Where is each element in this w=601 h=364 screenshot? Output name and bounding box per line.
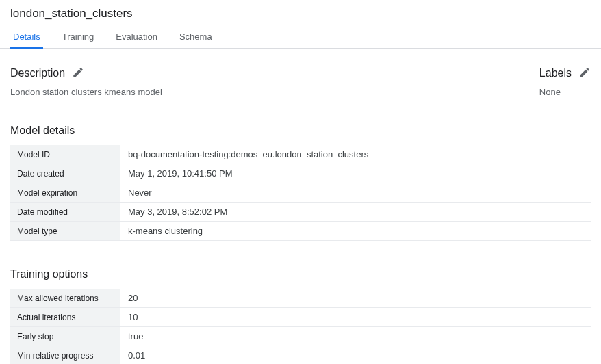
kv-key: Actual iterations xyxy=(10,308,120,327)
pencil-icon xyxy=(578,66,591,79)
table-row: Max allowed iterations 20 xyxy=(10,289,591,308)
kv-value: k-means clustering xyxy=(120,222,591,241)
kv-value: Never xyxy=(120,183,591,203)
kv-value: May 1, 2019, 10:41:50 PM xyxy=(120,164,591,183)
edit-labels-button[interactable] xyxy=(578,66,591,81)
kv-value: May 3, 2019, 8:52:02 PM xyxy=(120,203,591,222)
kv-value: 10 xyxy=(120,308,591,327)
tab-evaluation[interactable]: Evaluation xyxy=(113,26,160,49)
pencil-icon xyxy=(72,66,84,79)
labels-heading: Labels xyxy=(539,65,572,81)
training-options-table: Max allowed iterations 20 Actual iterati… xyxy=(10,289,591,364)
kv-key: Model type xyxy=(10,222,120,241)
training-options-heading: Training options xyxy=(10,268,591,281)
labels-text: None xyxy=(539,87,591,97)
kv-value: bq-documentation-testing:demos_eu.london… xyxy=(120,145,591,164)
table-row: Model type k-means clustering xyxy=(10,222,591,241)
table-row: Model ID bq-documentation-testing:demos_… xyxy=(10,145,591,164)
tabs: Details Training Evaluation Schema xyxy=(0,26,601,49)
model-details-heading: Model details xyxy=(10,125,591,137)
page-title: london_station_clusters xyxy=(10,7,591,21)
kv-key: Date created xyxy=(10,164,120,183)
table-row: Actual iterations 10 xyxy=(10,308,591,327)
tab-schema[interactable]: Schema xyxy=(177,26,215,49)
kv-key: Date modified xyxy=(10,203,120,222)
kv-value: true xyxy=(120,327,591,346)
kv-key: Min relative progress xyxy=(10,346,120,365)
model-details-table: Model ID bq-documentation-testing:demos_… xyxy=(10,145,591,241)
table-row: Date modified May 3, 2019, 8:52:02 PM xyxy=(10,203,591,222)
table-row: Min relative progress 0.01 xyxy=(10,346,591,365)
description-heading: Description xyxy=(10,65,65,81)
table-row: Early stop true xyxy=(10,327,591,346)
description-text: London station clusters kmeans model xyxy=(10,87,162,97)
kv-key: Model ID xyxy=(10,145,120,164)
table-row: Date created May 1, 2019, 10:41:50 PM xyxy=(10,164,591,183)
tab-details[interactable]: Details xyxy=(10,26,43,49)
table-row: Model expiration Never xyxy=(10,183,591,203)
kv-key: Max allowed iterations xyxy=(10,289,120,308)
kv-value: 20 xyxy=(120,289,591,308)
tab-training[interactable]: Training xyxy=(60,26,97,49)
kv-value: 0.01 xyxy=(120,346,591,365)
kv-key: Model expiration xyxy=(10,183,120,203)
kv-key: Early stop xyxy=(10,327,120,346)
edit-description-button[interactable] xyxy=(72,66,84,81)
